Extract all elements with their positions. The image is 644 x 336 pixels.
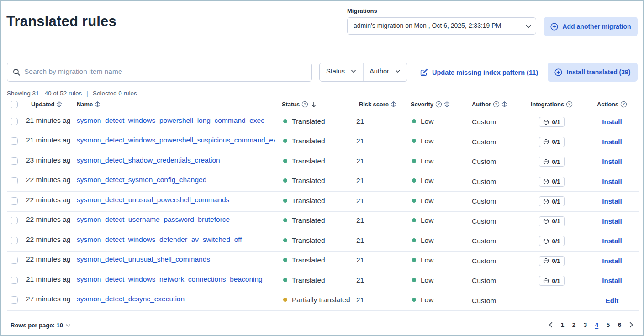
svg-text:?: ? <box>304 102 306 107</box>
svg-text:?: ? <box>438 102 440 107</box>
svg-text:?: ? <box>623 102 625 107</box>
svg-text:?: ? <box>568 102 570 107</box>
svg-text:?: ? <box>495 102 497 107</box>
